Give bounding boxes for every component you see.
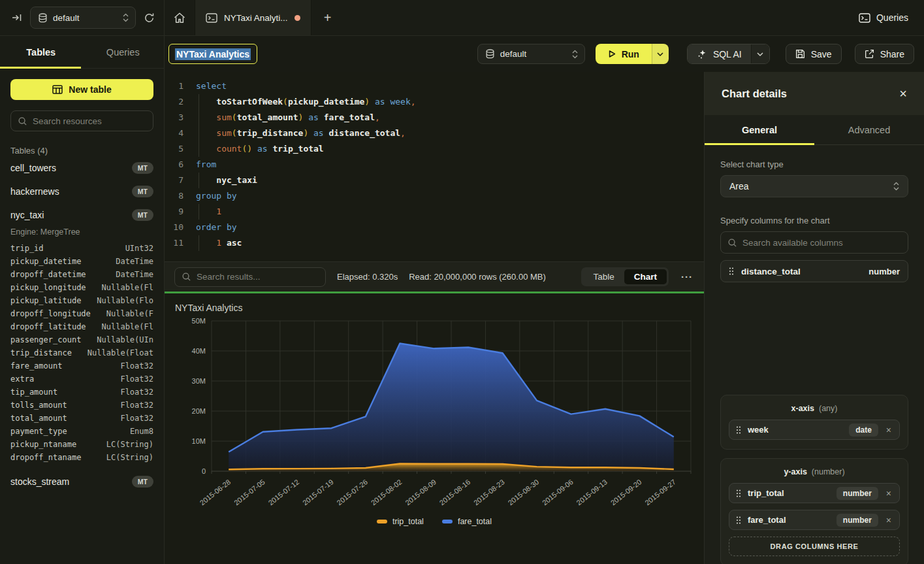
axis-column-name: trip_total [748, 488, 830, 498]
new-tab-button[interactable]: + [311, 0, 344, 35]
columns-search[interactable] [720, 231, 908, 254]
sql-editor[interactable]: 1234567891011 select toStartOfWeek(picku… [165, 72, 704, 261]
run-options-button[interactable] [652, 44, 669, 64]
remove-icon[interactable]: × [885, 488, 893, 499]
axis-column-item[interactable]: weekdate× [729, 420, 900, 440]
available-column-name: distance_total [741, 267, 861, 276]
save-icon [795, 49, 805, 59]
chart-legend: trip_totalfare_total [174, 517, 695, 526]
column-name: payment_type [10, 427, 67, 436]
axis-column-item[interactable]: fare_totalnumber× [729, 510, 900, 530]
new-table-button[interactable]: New table [10, 79, 153, 100]
line-number: 5 [165, 141, 183, 157]
close-icon[interactable]: × [899, 87, 907, 100]
search-icon [727, 238, 737, 248]
column-name: dropoff_latitude [10, 322, 86, 331]
drag-handle-icon[interactable] [736, 489, 741, 497]
sql-ai-button[interactable]: SQL AI [688, 44, 751, 63]
column-type: Float32 [120, 401, 153, 410]
column-row: dropoff_longitudeNullable(F [10, 307, 153, 320]
results-search-input[interactable] [197, 272, 319, 282]
svg-text:2015-07-12: 2015-07-12 [267, 478, 301, 506]
panel-title: Chart details [722, 88, 787, 100]
axis-column-item[interactable]: trip_totalnumber× [729, 483, 900, 503]
chart-type-select[interactable]: Area [720, 175, 908, 197]
drag-handle-icon[interactable] [736, 516, 741, 524]
refresh-icon[interactable] [144, 12, 155, 24]
queries-button[interactable]: Queries [859, 12, 908, 23]
tab-nytaxi-analytics[interactable]: NYTaxi Analyti... [195, 0, 311, 35]
resource-search[interactable] [10, 110, 153, 131]
area-chart[interactable]: 010M20M30M40M50M2015-06-282015-07-052015… [174, 316, 695, 517]
tab-tables[interactable]: Tables [0, 36, 82, 68]
remove-icon[interactable]: × [885, 425, 893, 435]
column-type: Nullable(Flo [97, 296, 153, 305]
svg-text:2015-08-30: 2015-08-30 [507, 478, 541, 506]
top-bar-right: Queries [859, 0, 924, 35]
drag-handle-icon[interactable] [729, 267, 734, 275]
table-engine-badge: MT [132, 162, 153, 174]
axis-column-type-chip: date [849, 423, 878, 437]
table-row[interactable]: stocks_streamMT [10, 471, 153, 493]
table-columns: trip_idUInt32pickup_datetimeDateTimedrop… [10, 242, 153, 464]
sql-ai-options-button[interactable] [751, 44, 769, 63]
tab-queries[interactable]: Queries [82, 36, 165, 68]
svg-text:2015-08-02: 2015-08-02 [370, 478, 404, 506]
columns-search-input[interactable] [742, 238, 901, 248]
view-toggle-table[interactable]: Table [583, 269, 624, 284]
table-row[interactable]: nyc_taxiMT [10, 204, 153, 226]
chart-panel: NYTaxi Analytics 010M20M30M40M50M2015-06… [165, 293, 704, 564]
legend-item-fare_total[interactable]: fare_total [442, 517, 492, 526]
view-toggle: Table Chart [581, 267, 669, 286]
table-row[interactable]: cell_towersMT [10, 157, 153, 179]
share-button-label: Share [880, 49, 904, 59]
terminal-icon [206, 13, 217, 23]
sql-ai-label: SQL AI [713, 49, 742, 59]
column-type: Nullable(Fl [102, 322, 153, 331]
collapse-sidebar-icon[interactable] [12, 13, 22, 22]
svg-text:2015-08-16: 2015-08-16 [438, 478, 472, 506]
legend-item-trip_total[interactable]: trip_total [377, 517, 424, 526]
database-selector[interactable]: default [30, 7, 136, 29]
drag-handle-icon[interactable] [736, 426, 741, 434]
home-tab[interactable] [165, 0, 195, 35]
chart-title: NYTaxi Analytics [175, 303, 695, 313]
sidebar: Tables Queries New table Tables (4) cell… [0, 36, 165, 564]
resource-search-input[interactable] [33, 116, 148, 126]
column-type: Float32 [120, 361, 153, 371]
view-toggle-chart[interactable]: Chart [624, 269, 667, 284]
axis-column-type-chip: number [836, 487, 878, 500]
share-button[interactable]: Share [855, 44, 914, 64]
column-name: pickup_ntaname [10, 440, 76, 449]
query-database-selector[interactable]: default [477, 44, 585, 64]
code-line: nyc_taxi [191, 173, 704, 188]
svg-text:50M: 50M [192, 317, 206, 325]
chart-svg[interactable]: 010M20M30M40M50M2015-06-282015-07-052015… [174, 316, 695, 517]
line-number: 2 [165, 94, 183, 110]
column-type: DateTime [116, 270, 153, 279]
run-button[interactable]: Run [596, 44, 652, 64]
column-name: total_amount [10, 414, 67, 423]
column-name: dropoff_longitude [10, 309, 91, 318]
available-column-item[interactable]: distance_totalnumber [720, 260, 908, 282]
line-number: 4 [165, 125, 183, 141]
remove-icon[interactable]: × [885, 515, 893, 525]
save-button[interactable]: Save [786, 44, 842, 64]
results-search[interactable] [174, 267, 326, 287]
legend-label: fare_total [458, 517, 492, 526]
line-numbers: 1234567891011 [165, 78, 191, 261]
table-row[interactable]: hackernewsMT [10, 180, 153, 203]
tab-general[interactable]: General [705, 115, 814, 144]
code-line: group by [191, 188, 704, 204]
svg-text:2015-09-20: 2015-09-20 [609, 478, 643, 506]
query-title-input[interactable]: NYTaxi Analytics [168, 44, 257, 64]
svg-text:40M: 40M [192, 347, 206, 355]
query-toolbar: NYTaxi Analytics default Run [165, 36, 924, 72]
drop-zone[interactable]: DRAG COLUMNS HERE [729, 537, 900, 556]
active-tab-underline [0, 67, 81, 69]
column-type: LC(String) [106, 440, 153, 449]
column-type: Float32 [120, 414, 153, 423]
more-options-icon[interactable]: ··· [680, 271, 694, 282]
x-axis-box: x-axis (any) weekdate× [720, 395, 908, 450]
tab-advanced[interactable]: Advanced [814, 115, 924, 144]
